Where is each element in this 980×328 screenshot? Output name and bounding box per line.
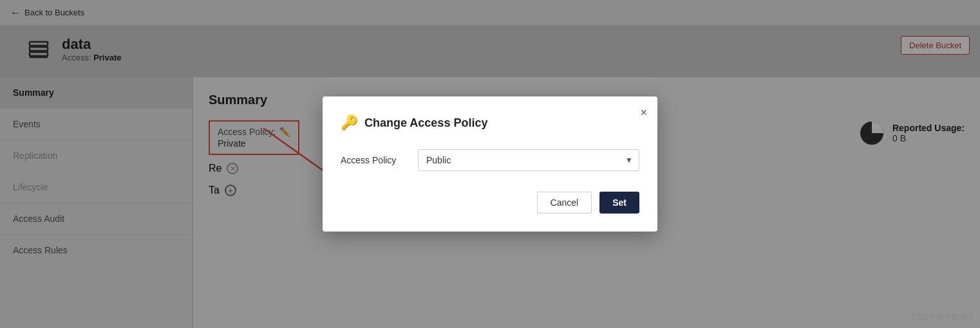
set-button[interactable]: Set [599,192,639,214]
access-policy-select[interactable]: Private Public Public Read Only [418,149,639,171]
modal-actions: Cancel Set [341,192,639,214]
key-icon: 🔑 [341,114,358,131]
access-policy-select-wrapper: Private Public Public Read Only ▼ [418,149,639,171]
modal-title: Change Access Policy [364,116,487,130]
modal-overlay: × 🔑 Change Access Policy Access Policy P… [0,0,980,328]
cancel-button[interactable]: Cancel [537,192,592,214]
modal-close-button[interactable]: × [640,107,647,118]
watermark: CSDN @方圆师兄 [912,312,975,323]
modal-access-policy-field: Access Policy Private Public Public Read… [341,149,639,171]
change-access-policy-modal: × 🔑 Change Access Policy Access Policy P… [323,96,657,232]
modal-field-label: Access Policy [341,155,405,165]
modal-header: 🔑 Change Access Policy [341,114,639,131]
